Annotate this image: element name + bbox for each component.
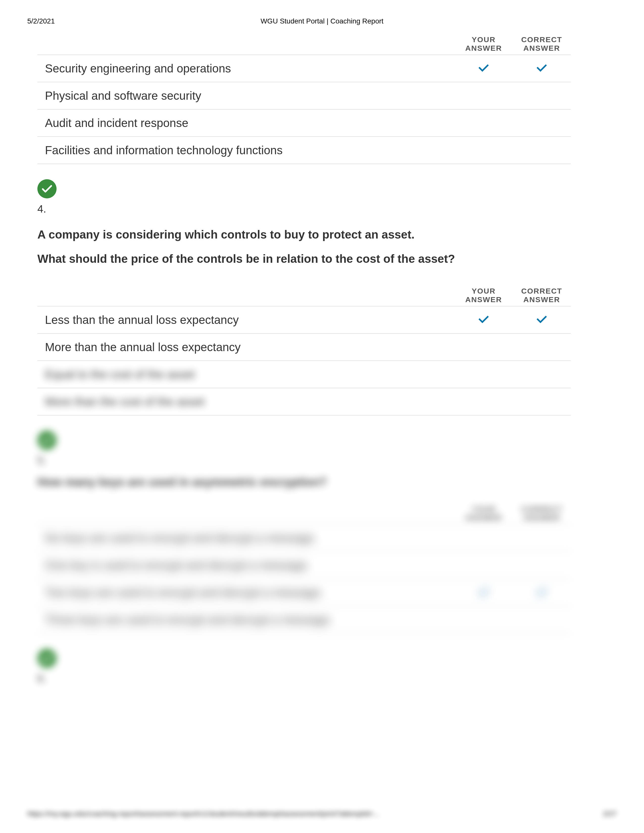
your-answer-mark — [455, 552, 513, 579]
your-answer-mark — [455, 82, 513, 109]
correct-answer-mark — [513, 333, 571, 361]
correct-answer-mark — [513, 55, 571, 82]
option-text: Three keys are used to encrypt and decry… — [37, 606, 455, 634]
question-4-block: 4. A company is considering which contro… — [37, 164, 571, 415]
correct-answer-mark — [513, 388, 571, 415]
table-row: Less than the annual loss expectancy — [37, 306, 571, 333]
header-date: 5/2/2021 — [27, 17, 55, 25]
col-your-header: YOUR ANSWER — [455, 505, 513, 524]
footer-url: https://my.wgu.edu/coaching-report/asses… — [27, 810, 380, 818]
col-your-line-1: YOUR — [472, 35, 496, 43]
option-text: Security engineering and operations — [37, 55, 455, 82]
col-option-header — [37, 287, 455, 306]
your-answer-mark — [455, 109, 513, 137]
question-5-number: 5. — [37, 450, 571, 466]
question-5-stem-line-1: How many keys are used in asymmetric enc… — [37, 474, 571, 490]
your-answer-mark — [455, 333, 513, 361]
correct-answer-mark — [513, 109, 571, 137]
your-answer-mark — [455, 388, 513, 415]
option-text: Less than the annual loss expectancy — [37, 306, 455, 333]
table-row: More than the cost of the asset — [37, 388, 571, 415]
col-your-header: YOUR ANSWER — [455, 287, 513, 306]
question-4-number: 4. — [37, 198, 571, 215]
question-5-stem: How many keys are used in asymmetric enc… — [37, 466, 571, 505]
option-text: More than the cost of the asset — [37, 388, 455, 415]
correct-answer-mark — [513, 82, 571, 109]
col-correct-header: CORRECT ANSWER — [513, 505, 571, 524]
q5-answer-table: YOUR ANSWER CORRECT ANSWER No keys are u… — [37, 505, 571, 634]
correct-badge-icon — [37, 431, 56, 450]
col-correct-line-1: CORRECT — [521, 287, 562, 295]
correct-answer-mark — [513, 606, 571, 634]
your-answer-mark — [455, 579, 513, 606]
col-correct-header: CORRECT ANSWER — [513, 35, 571, 55]
your-answer-mark — [455, 137, 513, 164]
table-row: Facilities and information technology fu… — [37, 137, 571, 164]
option-text: More than the annual loss expectancy — [37, 333, 455, 361]
header-title: WGU Student Portal | Coaching Report — [261, 17, 384, 25]
page-header: 5/2/2021 WGU Student Portal | Coaching R… — [0, 17, 644, 27]
table-row: No keys are used to encrypt and decrypt … — [37, 524, 571, 552]
table-row: Two keys are used to encrypt and decrypt… — [37, 579, 571, 606]
option-text: Audit and incident response — [37, 109, 455, 137]
col-correct-line-1: CORRECT — [521, 35, 562, 43]
col-option-header — [37, 505, 455, 524]
table-row: More than the annual loss expectancy — [37, 333, 571, 361]
your-answer-mark — [455, 55, 513, 82]
col-correct-header: CORRECT ANSWER — [513, 287, 571, 306]
correct-answer-mark — [513, 361, 571, 388]
option-text: Equal to the cost of the asset — [37, 361, 455, 388]
check-icon — [537, 320, 547, 324]
correct-answer-mark — [513, 524, 571, 552]
your-answer-mark — [455, 306, 513, 333]
col-your-line-2: ANSWER — [465, 44, 502, 52]
col-your-line-1: YOUR — [472, 287, 496, 295]
content-area: YOUR ANSWER CORRECT ANSWER Security engi… — [37, 35, 571, 685]
table-row: Physical and software security — [37, 82, 571, 109]
correct-answer-mark — [513, 306, 571, 333]
col-your-line-2: ANSWER — [465, 295, 502, 304]
check-icon — [478, 68, 489, 73]
your-answer-mark — [455, 606, 513, 634]
check-icon — [537, 68, 547, 73]
table-row: One key is used to encrypt and decrypt a… — [37, 552, 571, 579]
correct-answer-mark — [513, 579, 571, 606]
col-your-line-2: ANSWER — [465, 513, 502, 522]
footer-page-number: 2/27 — [603, 810, 617, 818]
col-option-header — [37, 35, 455, 55]
col-your-header: YOUR ANSWER — [455, 35, 513, 55]
question-4-stem-line-2: What should the price of the controls be… — [37, 251, 571, 267]
option-text: No keys are used to encrypt and decrypt … — [37, 524, 455, 552]
option-text: Physical and software security — [37, 82, 455, 109]
table-row: Security engineering and operations — [37, 55, 571, 82]
your-answer-mark — [455, 361, 513, 388]
q3-answer-table: YOUR ANSWER CORRECT ANSWER Security engi… — [37, 35, 571, 164]
table-row: Three keys are used to encrypt and decry… — [37, 606, 571, 634]
correct-answer-mark — [513, 137, 571, 164]
option-text: Facilities and information technology fu… — [37, 137, 455, 164]
col-correct-line-2: ANSWER — [523, 44, 560, 52]
correct-answer-mark — [513, 552, 571, 579]
question-4-stem: A company is considering which controls … — [37, 215, 571, 287]
col-correct-line-2: ANSWER — [523, 295, 560, 304]
question-6-number: 6. — [37, 668, 571, 685]
table-row: Audit and incident response — [37, 109, 571, 137]
q4-answer-table: YOUR ANSWER CORRECT ANSWER Less than the… — [37, 287, 571, 415]
question-4-stem-line-1: A company is considering which controls … — [37, 227, 571, 242]
correct-badge-icon — [37, 179, 56, 198]
correct-badge-icon — [37, 649, 56, 668]
your-answer-mark — [455, 524, 513, 552]
col-correct-line-1: CORRECT — [521, 505, 562, 513]
check-icon — [537, 592, 547, 597]
col-correct-line-2: ANSWER — [523, 513, 560, 522]
check-icon — [478, 592, 489, 597]
col-your-line-1: YOUR — [472, 505, 496, 513]
check-icon — [478, 320, 489, 324]
question-6-block: 6. — [37, 634, 571, 685]
question-5-block: 5. How many keys are used in asymmetric … — [37, 415, 571, 634]
table-row: Equal to the cost of the asset — [37, 361, 571, 388]
option-text: Two keys are used to encrypt and decrypt… — [37, 579, 455, 606]
option-text: One key is used to encrypt and decrypt a… — [37, 552, 455, 579]
